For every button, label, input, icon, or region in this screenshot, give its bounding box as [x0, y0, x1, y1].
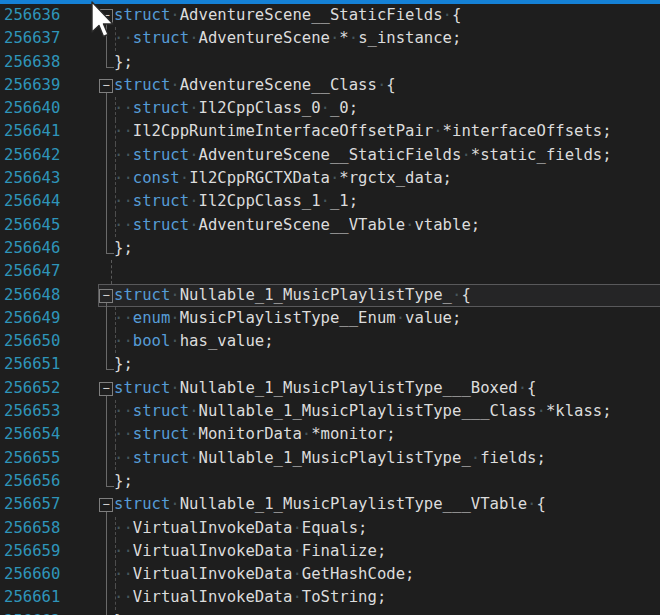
code-text: struct·Nullable_1_MusicPlaylistType___Bo… [114, 377, 537, 400]
fold-region-line [106, 423, 107, 446]
code-line[interactable]: 256641 ··Il2CppRuntimeInterfaceOffsetPai… [0, 120, 660, 143]
code-line[interactable]: 256639 struct·AdventureScene__Class·{ − [0, 74, 660, 97]
whitespace-dots: ·· [114, 519, 133, 537]
fold-collapse-button[interactable]: − [99, 498, 113, 512]
code-line[interactable]: 256645 ··struct·AdventureScene__VTable·v… [0, 214, 660, 237]
code-line[interactable]: 256658 ··VirtualInvokeData·Equals; [0, 517, 660, 540]
token-identifier: VirtualInvokeData [133, 519, 293, 537]
whitespace-dots: ·· [114, 146, 133, 164]
code-text: ··VirtualInvokeData·Finalize; [114, 540, 386, 563]
code-text: ··struct·AdventureScene·*·s_instance; [114, 27, 461, 50]
line-number: 256649 [4, 307, 60, 330]
code-line[interactable]: 256657 struct·Nullable_1_MusicPlaylistTy… [0, 493, 660, 516]
token-identifier: has_value; [180, 332, 274, 350]
code-text: ··struct·Nullable_1_MusicPlaylistType_·f… [114, 447, 546, 470]
line-number: 256645 [4, 214, 60, 237]
whitespace-dots: · [170, 332, 179, 350]
whitespace-dots: · [189, 99, 198, 117]
fold-collapse-button[interactable]: − [99, 289, 113, 303]
token-keyword: const [133, 169, 180, 187]
code-line[interactable]: 256653 ··struct·Nullable_1_MusicPlaylist… [0, 400, 660, 423]
code-line[interactable]: 256643 ··const·Il2CppRGCTXData·*rgctx_da… [0, 167, 660, 190]
code-line[interactable]: 256644 ··struct·Il2CppClass_1·_1; [0, 190, 660, 213]
editor-text-area[interactable]: 256636 struct·AdventureScene__StaticFiel… [0, 4, 660, 615]
code-text: }; [114, 237, 133, 260]
code-line[interactable]: 256656 }; [0, 470, 660, 493]
code-text: struct·Nullable_1_MusicPlaylistType_·{ [114, 284, 471, 307]
code-line[interactable]: 256661 ··VirtualInvokeData·ToString; [0, 586, 660, 609]
whitespace-dots: · [189, 29, 198, 47]
whitespace-dots: · [180, 169, 189, 187]
code-line[interactable]: 256648 struct·Nullable_1_MusicPlaylistTy… [0, 284, 660, 307]
line-number: 256636 [4, 4, 60, 27]
whitespace-dots: ·· [114, 565, 133, 583]
fold-region-line [106, 120, 107, 143]
line-number: 256643 [4, 167, 60, 190]
token-identifier: *static_fields; [471, 146, 612, 164]
code-line[interactable]: 256640 ··struct·Il2CppClass_0·_0; [0, 97, 660, 120]
token-identifier: Nullable_1_MusicPlaylistType___Class [199, 402, 537, 420]
code-line[interactable]: 256646 }; [0, 237, 660, 260]
code-line[interactable]: 256651 }; [0, 353, 660, 376]
token-identifier: ToString; [302, 588, 387, 606]
whitespace-dots: · [349, 29, 358, 47]
fold-collapse-button[interactable]: − [99, 382, 113, 396]
code-line[interactable]: 256659 ··VirtualInvokeData·Finalize; [0, 540, 660, 563]
whitespace-dots: · [321, 192, 330, 210]
fold-region-end-tick [106, 486, 114, 487]
line-number: 256641 [4, 120, 60, 143]
token-identifier: * [339, 29, 348, 47]
code-text: ··const·Il2CppRGCTXData·*rgctx_data; [114, 167, 452, 190]
code-line[interactable]: 256638 }; [0, 51, 660, 74]
token-keyword: struct [133, 192, 189, 210]
token-identifier: _0; [330, 99, 358, 117]
token-identifier: }; [114, 53, 133, 71]
token-identifier: AdventureScene__StaticFields [199, 146, 462, 164]
code-line[interactable]: 256660 ··VirtualInvokeData·GetHashCode; [0, 563, 660, 586]
fold-collapse-button[interactable]: − [99, 79, 113, 93]
token-identifier: { [527, 379, 536, 397]
fold-region-line [106, 237, 107, 254]
fold-region-line [106, 517, 107, 540]
token-identifier: Equals; [302, 519, 368, 537]
token-identifier: AdventureScene__Class [180, 76, 377, 94]
code-text: }; [114, 353, 133, 376]
code-line[interactable]: 256652 struct·Nullable_1_MusicPlaylistTy… [0, 377, 660, 400]
code-line[interactable]: 256642 ··struct·AdventureScene__StaticFi… [0, 144, 660, 167]
token-identifier: }; [114, 472, 133, 490]
code-line[interactable]: 256655 ··struct·Nullable_1_MusicPlaylist… [0, 447, 660, 470]
token-identifier: Finalize; [302, 542, 387, 560]
whitespace-dots: · [189, 192, 198, 210]
fold-region-line [106, 51, 107, 68]
line-number: 256654 [4, 423, 60, 446]
code-text: ··Il2CppRuntimeInterfaceOffsetPair·*inte… [114, 120, 612, 143]
token-keyword: struct [114, 76, 170, 94]
fold-region-line [106, 563, 107, 586]
token-keyword: struct [114, 379, 170, 397]
code-line[interactable]: 256662 }; [0, 610, 660, 615]
line-number: 256638 [4, 51, 60, 74]
token-keyword: struct [133, 402, 189, 420]
whitespace-dots: · [189, 425, 198, 443]
whitespace-dots: ·· [114, 216, 133, 234]
line-number: 256647 [4, 260, 60, 283]
token-identifier: MusicPlaylistType__Enum [180, 309, 396, 327]
fold-region-line [106, 400, 107, 423]
line-number: 256639 [4, 74, 60, 97]
fold-region-line [106, 610, 107, 615]
code-line[interactable]: 256649 ··enum·MusicPlaylistType__Enum·va… [0, 307, 660, 330]
code-line[interactable]: 256654 ··struct·MonitorData·*monitor; [0, 423, 660, 446]
whitespace-dots: ·· [114, 402, 133, 420]
fold-region-line [106, 447, 107, 470]
line-number: 256651 [4, 353, 60, 376]
line-number: 256662 [4, 610, 60, 615]
whitespace-dots: · [537, 402, 546, 420]
code-line[interactable]: 256647 [0, 260, 660, 283]
code-text: struct·AdventureScene__Class·{ [114, 74, 396, 97]
token-keyword: struct [133, 425, 189, 443]
code-line[interactable]: 256650 ··bool·has_value; [0, 330, 660, 353]
code-text: struct·Nullable_1_MusicPlaylistType___VT… [114, 493, 546, 516]
code-text: ··VirtualInvokeData·ToString; [114, 586, 386, 609]
line-number: 256637 [4, 27, 60, 50]
whitespace-dots: ·· [114, 449, 133, 467]
